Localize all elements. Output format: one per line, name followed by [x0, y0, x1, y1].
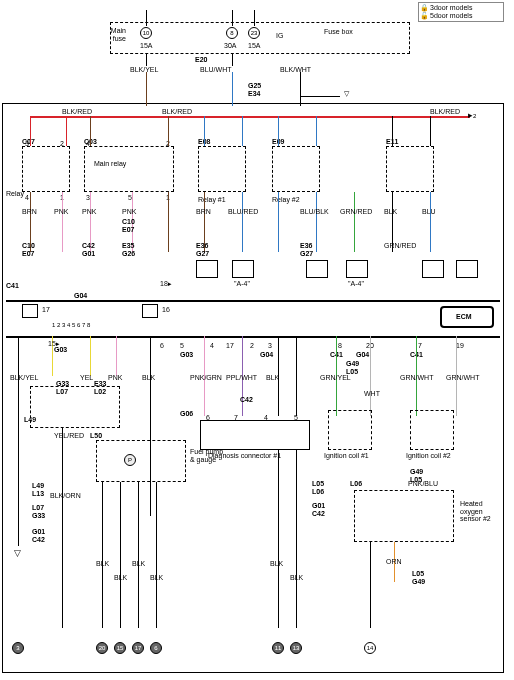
relay-e11	[386, 146, 434, 192]
col-blk-wht-1: BLK/WHT	[280, 66, 311, 74]
wire	[316, 116, 317, 146]
gnd-pin: 6	[150, 642, 162, 654]
wire	[296, 336, 297, 416]
col-blk-yel-1: BLK/YEL	[130, 66, 158, 74]
icon-box	[142, 304, 158, 318]
wire	[430, 116, 431, 146]
wire	[394, 542, 395, 582]
gnd-pin: 3	[12, 642, 24, 654]
wire	[456, 336, 457, 416]
wire	[62, 192, 63, 252]
bus-red	[30, 116, 470, 118]
wire	[316, 192, 317, 252]
wire	[392, 192, 393, 252]
fuse-row	[110, 22, 410, 54]
wire	[232, 54, 233, 66]
gnd-pin-open: 14	[364, 642, 376, 654]
gnd-pin: 13	[290, 642, 302, 654]
fan4	[346, 260, 368, 278]
wire	[66, 116, 67, 146]
wire	[354, 192, 355, 252]
fuse-23: 23	[248, 27, 260, 39]
wire	[232, 10, 233, 26]
wire	[90, 336, 91, 376]
dash-cluster	[30, 386, 120, 428]
wire	[370, 336, 371, 416]
wire	[392, 116, 393, 146]
wire	[278, 450, 279, 628]
wire	[132, 192, 133, 252]
ign2-box	[410, 410, 454, 450]
wire	[300, 96, 340, 97]
gnd-pin: 15	[114, 642, 126, 654]
wire	[242, 192, 243, 252]
wire	[278, 336, 279, 416]
gnd-pin: 17	[132, 642, 144, 654]
wire	[242, 336, 243, 416]
gnd-arrow-icon: ▽	[344, 90, 349, 98]
wire	[102, 482, 103, 628]
wire	[232, 72, 233, 106]
ground-icon: ▽	[14, 548, 21, 558]
wire	[204, 192, 205, 252]
wire	[90, 116, 91, 146]
wire	[254, 10, 255, 26]
ecm-box	[440, 306, 494, 328]
relay-e08	[198, 146, 246, 192]
wire	[90, 192, 91, 252]
bus-bot-ecm	[6, 336, 500, 338]
ref-g25-e34: G25 E34	[248, 82, 261, 97]
oxy-box	[354, 490, 454, 542]
wire	[150, 336, 151, 516]
wire	[168, 192, 169, 252]
wire	[430, 192, 431, 252]
wire	[146, 72, 147, 106]
wire	[62, 428, 63, 628]
wire	[204, 336, 205, 416]
page-arrow-icon: ▸2	[468, 110, 476, 120]
fuse-8: 8	[226, 27, 238, 39]
pump-icon: P	[124, 454, 136, 466]
relay-c07	[22, 146, 70, 192]
wire	[336, 336, 337, 416]
relay-e09	[272, 146, 320, 192]
wire	[30, 116, 31, 146]
wire	[52, 336, 53, 376]
wire	[30, 192, 31, 252]
bus-top-ecm	[6, 300, 500, 302]
wire	[146, 10, 147, 26]
wire	[204, 116, 205, 146]
wire	[278, 116, 279, 146]
fan6	[456, 260, 478, 278]
wire	[296, 450, 297, 628]
fuel-pump-box	[96, 440, 186, 482]
fuse-10: 10	[140, 27, 152, 39]
wire	[146, 54, 147, 66]
meta-box	[418, 2, 504, 22]
wire	[416, 336, 417, 416]
lock-icon: 🔒	[420, 4, 429, 12]
icon-box	[22, 304, 38, 318]
wire	[156, 482, 157, 628]
ref-e20: E20	[195, 56, 207, 64]
relay-c03	[84, 146, 174, 192]
fan2	[232, 260, 254, 278]
wire	[300, 72, 301, 106]
wire	[18, 336, 19, 546]
fan3	[306, 260, 328, 278]
fan1	[196, 260, 218, 278]
wire	[168, 116, 169, 146]
wire	[278, 192, 279, 252]
diag-box	[200, 420, 310, 450]
gnd-pin: 11	[272, 642, 284, 654]
unlock-icon: 🔓	[420, 12, 429, 20]
wire	[242, 116, 243, 146]
wire	[138, 482, 139, 628]
wire	[120, 482, 121, 628]
gnd-pin: 20	[96, 642, 108, 654]
ign1-box	[328, 410, 372, 450]
fan5	[422, 260, 444, 278]
wire	[370, 542, 371, 628]
col-blu-wht-1: BLU/WHT	[200, 66, 232, 74]
wire	[116, 336, 117, 376]
